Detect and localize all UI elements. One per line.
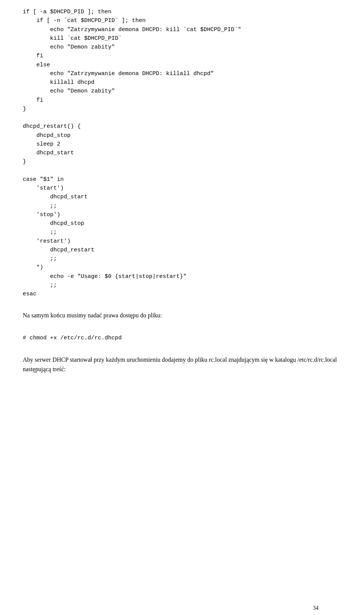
paragraph2-text: Aby serwer DHCP startował przy każdym ur… <box>23 356 337 373</box>
prose-paragraph-1: Na samym końcu musimy nadać prawa dostęp… <box>23 311 341 320</box>
paragraph1-text: Na samym końcu musimy nadać prawa dostęp… <box>23 312 162 318</box>
prose-paragraph-2: Aby serwer DHCP startował przy każdym ur… <box>23 355 341 374</box>
code-block: if [ -a $DHCPD_PID ]; then if [ -n `cat … <box>23 8 341 298</box>
command-block-1: # chmod +x /etc/rc.d/rc.dhcpd <box>23 333 341 343</box>
page-wrapper: if [ -a $DHCPD_PID ]; then if [ -n `cat … <box>23 8 341 615</box>
page-number: 34 <box>313 605 318 611</box>
command1-text: # chmod +x /etc/rc.d/rc.dhcpd <box>23 335 122 341</box>
